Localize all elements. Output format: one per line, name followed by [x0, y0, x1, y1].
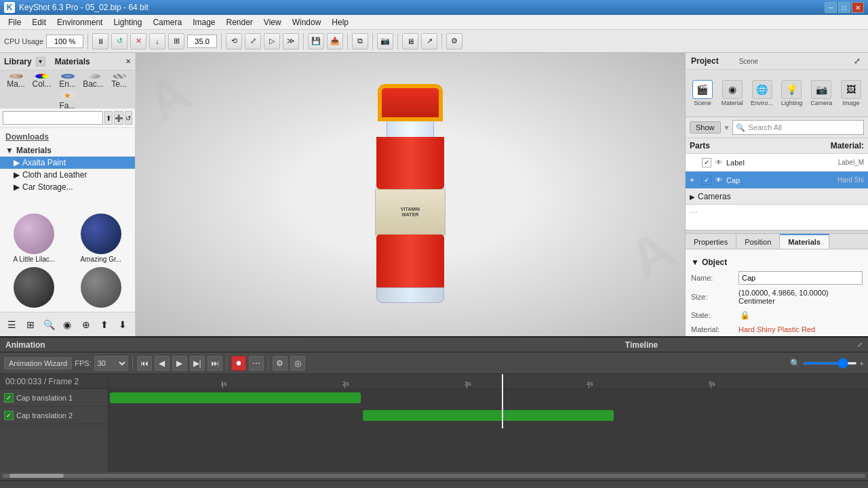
viewport[interactable]: A A VITAMIN WATER — [136, 53, 685, 336]
tab-environment[interactable]: 🌐 Enviro... — [748, 79, 776, 108]
cpu-percent-input[interactable] — [46, 35, 83, 48]
upload-icon[interactable]: ⬆ — [97, 317, 112, 332]
name-input[interactable] — [738, 271, 863, 285]
reset-button[interactable]: ⟲ — [226, 33, 242, 49]
settings-button[interactable]: ⚙ — [446, 33, 462, 49]
material-item-1[interactable]: Amazing Gr... — [70, 214, 133, 263]
layers-button[interactable]: ⧉ — [352, 33, 368, 49]
materials-panel-close[interactable]: ✕ — [125, 58, 131, 65]
material-item-3[interactable] — [70, 267, 133, 309]
tab-material[interactable]: ◉ Material — [718, 79, 747, 108]
tab-image[interactable]: 🖼 Image — [837, 79, 865, 108]
play-button[interactable]: ▷ — [264, 33, 280, 49]
save-button[interactable]: 💾 — [308, 33, 324, 49]
materials-tree-header[interactable]: ▼ Materials — [0, 144, 135, 157]
animation-wizard-button[interactable]: Animation Wizard — [4, 357, 72, 369]
lib-tab-favorites[interactable]: ★ Fa... — [56, 91, 80, 106]
record-button[interactable]: ⏺ — [231, 356, 246, 371]
tree-item-axalta[interactable]: ▶ Axalta Paint — [0, 157, 135, 169]
anim-extra-button[interactable]: ◎ — [290, 356, 305, 371]
timeline-row-1[interactable] — [108, 407, 868, 424]
tab-scene[interactable]: 🎬 Scene — [688, 79, 717, 108]
tab-camera[interactable]: 📷 Camera — [807, 79, 835, 108]
dock-item-cloud[interactable]: ☁ Cloud Library — [40, 483, 96, 489]
menu-file[interactable]: File — [3, 16, 26, 28]
scrollbar-track[interactable] — [3, 474, 865, 478]
part-row-label[interactable]: ✓ 👁 Label Label_M — [686, 154, 868, 171]
close-button[interactable]: ✕ — [852, 2, 864, 13]
keyframe-bar-1[interactable] — [363, 410, 614, 421]
cameras-row[interactable]: ▶ Cameras — [686, 189, 868, 205]
anim-options-button[interactable]: ⋯ — [249, 356, 264, 371]
dock-item-animation[interactable]: Animation — [531, 483, 577, 489]
list-view-icon[interactable]: ☰ — [5, 317, 20, 332]
import-button[interactable]: 📥 — [327, 33, 343, 49]
tab-position[interactable]: Position — [736, 234, 780, 249]
menu-edit[interactable]: Edit — [26, 16, 52, 28]
grid-view-icon[interactable]: ⊞ — [23, 317, 38, 332]
folder-add-button[interactable]: ➕ — [114, 111, 123, 125]
prev-frame-button[interactable]: ◀ — [155, 356, 170, 371]
forward-button[interactable]: ≫ — [283, 33, 299, 49]
track-check-0[interactable]: ✓ — [4, 393, 14, 403]
track-check-1[interactable]: ✓ — [4, 411, 14, 420]
move-down-button[interactable]: ↓ — [149, 33, 165, 49]
screenshot-button[interactable]: 📷 — [377, 33, 393, 49]
lib-tab-colors[interactable]: Col... — [30, 74, 54, 89]
part-check-cap[interactable]: ✓ — [702, 176, 711, 185]
part-check-label[interactable]: ✓ — [702, 158, 711, 167]
rp-expand-button[interactable]: ⤢ — [852, 56, 863, 66]
next-frame-button[interactable]: ▶| — [190, 356, 205, 371]
menu-help[interactable]: Help — [326, 16, 354, 28]
dock-item-library[interactable]: 📚 Library — [295, 483, 333, 489]
library-search-input[interactable] — [3, 111, 103, 125]
render-button[interactable]: 🖥 — [402, 33, 418, 49]
search-icon[interactable]: 🔍 — [41, 317, 56, 332]
nav-button[interactable]: ⤢ — [245, 33, 261, 49]
folder-up-button[interactable]: ⬆ — [104, 111, 113, 125]
material-item-2[interactable] — [3, 267, 66, 309]
minimize-button[interactable]: ─ — [825, 2, 837, 13]
refresh-lib-button[interactable]: ↺ — [125, 111, 133, 125]
lib-tab-backgrounds[interactable]: Bac... — [81, 74, 106, 89]
menu-image[interactable]: Image — [187, 16, 220, 28]
stop-button[interactable]: ✕ — [130, 33, 146, 49]
menu-view[interactable]: View — [258, 16, 287, 28]
grid-button[interactable]: ⊞ — [168, 33, 184, 49]
dock-item-render[interactable]: 🖥 Render — [789, 483, 828, 489]
downloads-label[interactable]: Downloads — [0, 131, 135, 143]
dock-item-keyshotvr[interactable]: ◎ KeyShotVR — [658, 483, 709, 489]
part-eye-cap[interactable]: 👁 — [714, 176, 724, 185]
play-anim-button[interactable]: ▶ — [172, 356, 187, 371]
part-eye-label[interactable]: 👁 — [714, 158, 724, 167]
keyframe-bar-0[interactable] — [110, 392, 361, 403]
lib-tab-materials[interactable]: Ma... — [4, 74, 28, 89]
menu-lighting[interactable]: Lighting — [108, 16, 147, 28]
menu-render[interactable]: Render — [221, 16, 258, 28]
pause-button[interactable]: ⏸ — [92, 33, 108, 49]
maximize-button[interactable]: □ — [838, 2, 850, 13]
fps-input[interactable] — [187, 35, 217, 48]
refresh-button[interactable]: ↺ — [111, 33, 127, 49]
lib-tab-textures[interactable]: Te... — [107, 74, 132, 89]
tl-expand-button[interactable]: ⤢ — [857, 341, 863, 348]
dock-item-project[interactable]: 📋 Project — [413, 483, 451, 489]
timeline-row-0[interactable] — [108, 389, 868, 407]
part-row-cap[interactable]: + ✓ 👁 Cap Hard Shi — [686, 171, 868, 189]
export-button[interactable]: ↗ — [421, 33, 437, 49]
menu-window[interactable]: Window — [287, 16, 327, 28]
material-item-0[interactable]: A Little Lilac... — [3, 214, 66, 263]
show-button[interactable]: Show — [690, 121, 721, 134]
anim-settings-button[interactable]: ⚙ — [273, 356, 288, 371]
goto-start-button[interactable]: ⏮ — [137, 356, 152, 371]
scrollbar-thumb[interactable] — [9, 474, 64, 478]
menu-environment[interactable]: Environment — [52, 16, 108, 28]
tab-properties[interactable]: Properties — [686, 234, 736, 249]
fps-select[interactable]: 30 24 60 — [94, 356, 128, 371]
magnify-icon[interactable]: ⊕ — [79, 317, 94, 332]
dock-item-import[interactable]: Import — [177, 483, 215, 489]
circle-icon[interactable]: ◉ — [60, 317, 75, 332]
tab-lighting[interactable]: 💡 Lighting — [778, 79, 806, 108]
goto-end-button[interactable]: ⏭ — [208, 356, 222, 371]
download-icon[interactable]: ⬇ — [115, 317, 130, 332]
